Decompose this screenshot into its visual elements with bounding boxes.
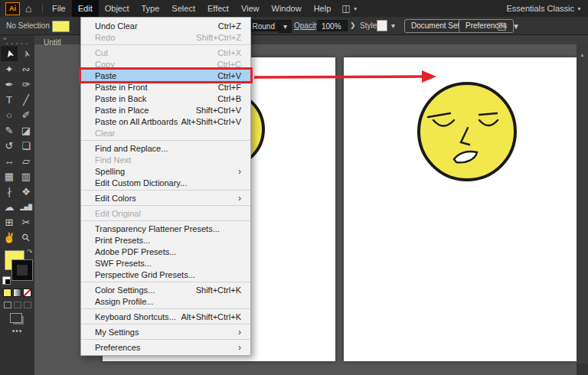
- tools-panel: « • • • • • ➤➢✦∾✒✑T╱○✐✎◪↺❏↔▱▦▥∤❖☁▂▅█⊞✂✌⚲…: [0, 34, 34, 375]
- menu-item-swf-presets[interactable]: SWF Presets...: [81, 257, 250, 269]
- workspace-switcher[interactable]: Essentials Classic ▼: [506, 0, 582, 17]
- selection-tool[interactable]: ➤: [1, 46, 18, 61]
- mesh-tool[interactable]: ▦: [1, 168, 18, 184]
- menu-item-clear[interactable]: Clear: [81, 127, 250, 139]
- width-tool[interactable]: ↔: [1, 153, 18, 168]
- menu-item-find-next[interactable]: Find Next: [81, 154, 250, 165]
- menu-item-paste[interactable]: PasteCtrl+V: [81, 70, 250, 81]
- draw-normal-button[interactable]: [4, 302, 11, 308]
- document-tab[interactable]: Untitl: [44, 38, 61, 47]
- menu-item-assign-profile[interactable]: Assign Profile...: [81, 295, 250, 307]
- ellipse-tool[interactable]: ○: [1, 107, 18, 122]
- menu-item-paste-on-all-artboards[interactable]: Paste on All ArtboardsAlt+Shift+Ctrl+V: [81, 116, 250, 127]
- menu-item-cut[interactable]: CutCtrl+X: [81, 47, 250, 58]
- menu-type[interactable]: Type: [136, 0, 166, 17]
- tools-grid: ➤➢✦∾✒✑T╱○✐✎◪↺❏↔▱▦▥∤❖☁▂▅█⊞✂✌⚲: [1, 46, 34, 245]
- menu-item-copy[interactable]: CopyCtrl+C: [81, 58, 250, 70]
- column-graph-tool[interactable]: ▂▅█: [18, 199, 34, 214]
- curvature-icon: ✑: [22, 80, 31, 90]
- menu-item-preferences[interactable]: Preferences›: [81, 341, 250, 353]
- slice-tool[interactable]: ✂: [18, 214, 34, 230]
- menu-item-transparency-flattener-presets[interactable]: Transparency Flattener Presets...: [81, 223, 250, 234]
- menu-item-print-presets[interactable]: Print Presets...: [81, 234, 250, 246]
- menu-item-undo-clear[interactable]: Undo ClearCtrl+Z: [81, 20, 250, 31]
- document-arrangement-button[interactable]: ◫ ▼: [341, 3, 358, 14]
- stroke-style-dropdown[interactable]: ▾: [279, 20, 292, 33]
- default-fill-stroke-icon[interactable]: [2, 276, 11, 285]
- menu-item-keyboard-shortcuts[interactable]: Keyboard Shortcuts...Alt+Shift+Ctrl+K: [81, 311, 250, 322]
- scroll-up-icon[interactable]: ▲: [577, 52, 588, 57]
- line-segment-tool[interactable]: ╱: [18, 92, 34, 107]
- draw-inside-button[interactable]: [24, 302, 31, 308]
- swap-fill-stroke-icon[interactable]: ↷: [27, 248, 33, 256]
- menu-item-paste-in-front[interactable]: Paste in FrontCtrl+F: [81, 81, 250, 93]
- panel-grip[interactable]: • • • • •: [0, 41, 34, 46]
- stroke-swatch[interactable]: [12, 260, 32, 280]
- scale-tool[interactable]: ❏: [18, 138, 34, 153]
- graphic-style-swatch[interactable]: [377, 20, 387, 31]
- menu-effect[interactable]: Effect: [201, 0, 235, 17]
- fill-color-swatch[interactable]: [52, 21, 70, 32]
- draw-behind-button[interactable]: [14, 302, 21, 308]
- none-mode-button[interactable]: [23, 289, 31, 297]
- opacity-input[interactable]: 100%: [317, 20, 348, 31]
- eraser-tool[interactable]: ◪: [18, 122, 34, 138]
- menu-item-edit-colors[interactable]: Edit Colors›: [81, 192, 250, 204]
- menu-edit[interactable]: Edit: [72, 0, 99, 17]
- illustrator-logo-icon[interactable]: Ai: [5, 2, 20, 15]
- menu-item-label: Paste on All Artboards: [95, 117, 178, 126]
- isolate-selection-icon[interactable]: ◳: [497, 20, 506, 31]
- menu-select[interactable]: Select: [165, 0, 201, 17]
- menu-item-paste-in-back[interactable]: Paste in BackCtrl+B: [81, 93, 250, 104]
- gradient-tool[interactable]: ▥: [18, 168, 34, 184]
- menu-separator: [81, 205, 250, 206]
- rotate-tool[interactable]: ↺: [1, 138, 18, 153]
- opacity-expand-chevron[interactable]: ❯: [350, 21, 356, 29]
- pencil-tool[interactable]: ✎: [1, 122, 18, 138]
- change-screen-mode-icon[interactable]: [10, 313, 22, 323]
- color-mode-button[interactable]: [3, 289, 11, 297]
- menu-item-perspective-grid-presets[interactable]: Perspective Grid Presets...: [81, 269, 250, 280]
- magic-wand-tool[interactable]: ✦: [1, 61, 18, 77]
- menu-item-label: SWF Presets...: [95, 259, 152, 268]
- menu-item-redo[interactable]: RedoShift+Ctrl+Z: [81, 31, 250, 43]
- menubar-divider: [42, 4, 43, 13]
- menu-item-edit-custom-dictionary[interactable]: Edit Custom Dictionary...: [81, 177, 250, 188]
- blend-tool[interactable]: ❖: [18, 184, 34, 199]
- menu-view[interactable]: View: [235, 0, 266, 17]
- menu-item-my-settings[interactable]: My Settings›: [81, 326, 250, 338]
- menu-item-find-and-replace[interactable]: Find and Replace...: [81, 142, 250, 154]
- paintbrush-tool[interactable]: ✐: [18, 107, 34, 122]
- curvature-tool[interactable]: ✑: [18, 77, 34, 92]
- lasso-tool[interactable]: ∾: [18, 61, 34, 77]
- zoom-tool[interactable]: ⚲: [18, 230, 34, 245]
- direct-selection-tool[interactable]: ➢: [18, 46, 34, 61]
- graphic-style-dropdown[interactable]: ▾: [388, 20, 398, 31]
- symbol-sprayer-tool[interactable]: ☁: [1, 199, 18, 214]
- menu-item-edit-original[interactable]: Edit Original: [81, 207, 250, 219]
- artboard-tool[interactable]: ⊞: [1, 214, 18, 230]
- vertical-scrollbar[interactable]: ▲: [577, 44, 588, 375]
- menu-item-spelling[interactable]: Spelling›: [81, 165, 250, 177]
- home-icon[interactable]: ⌂: [25, 1, 31, 16]
- artboard-icon: ⊞: [5, 217, 14, 227]
- gradient-mode-button[interactable]: [13, 289, 21, 297]
- eyedropper-tool[interactable]: ∤: [1, 184, 18, 199]
- menu-object[interactable]: Object: [99, 0, 136, 17]
- menu-item-color-settings[interactable]: Color Settings...Shift+Ctrl+K: [81, 284, 250, 295]
- menu-file[interactable]: File: [46, 0, 72, 17]
- menu-item-adobe-pdf-presets[interactable]: Adobe PDF Presets...: [81, 246, 250, 257]
- menu-item-paste-in-place[interactable]: Paste in PlaceShift+Ctrl+V: [81, 104, 250, 116]
- artboard-2[interactable]: [344, 57, 577, 361]
- menu-help[interactable]: Help: [308, 0, 338, 17]
- menu-window[interactable]: Window: [266, 0, 308, 17]
- free-transform-tool[interactable]: ▱: [18, 153, 34, 168]
- chevron-down-icon[interactable]: ▼: [512, 22, 520, 31]
- submenu-arrow-icon: ›: [238, 344, 241, 351]
- menu-item-label: Perspective Grid Presets...: [95, 270, 195, 279]
- edit-toolbar-button[interactable]: •••: [0, 327, 34, 335]
- pen-tool[interactable]: ✒: [1, 77, 18, 92]
- type-tool[interactable]: T: [1, 92, 18, 107]
- pen-icon: ✒: [5, 80, 14, 90]
- hand-tool[interactable]: ✌: [1, 230, 18, 245]
